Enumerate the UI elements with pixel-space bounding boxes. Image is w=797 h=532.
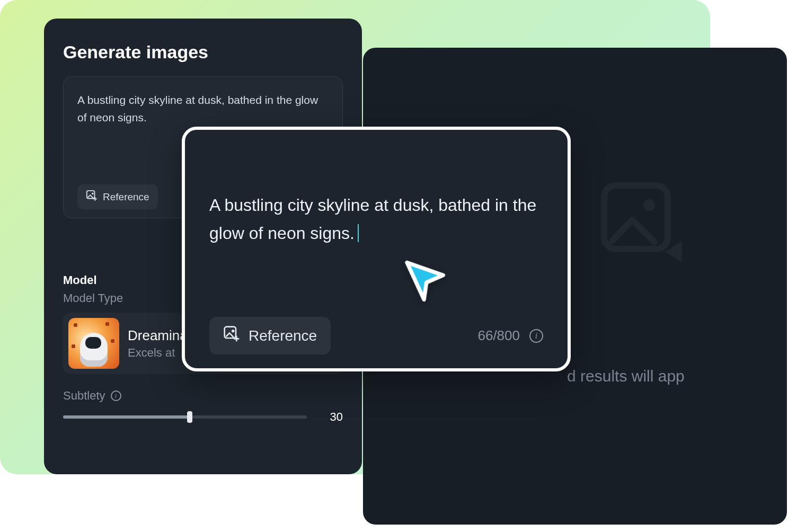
- cursor-pointer-icon: [397, 251, 453, 306]
- prompt-text-zoom[interactable]: A bustling city skyline at dusk, bathed …: [209, 191, 543, 247]
- text-caret: [358, 224, 359, 242]
- reference-image-icon: [223, 325, 240, 346]
- reference-button-zoom[interactable]: Reference: [209, 317, 331, 354]
- svg-point-3: [92, 193, 94, 195]
- char-counter: 66/800 i: [477, 327, 543, 344]
- info-icon[interactable]: i: [529, 329, 543, 343]
- char-count-value: 66/800: [477, 327, 520, 344]
- model-name: Dreamina: [128, 327, 188, 344]
- reference-label: Reference: [103, 191, 149, 203]
- subtlety-slider[interactable]: [63, 415, 307, 419]
- prompt-zoom-card: A bustling city skyline at dusk, bathed …: [182, 127, 571, 371]
- svg-point-5: [232, 330, 234, 332]
- prompt-text-zoom-content: A bustling city skyline at dusk, bathed …: [209, 196, 536, 243]
- reference-button[interactable]: Reference: [77, 184, 158, 209]
- subtlety-value: 30: [322, 410, 343, 424]
- prompt-text[interactable]: A bustling city skyline at dusk, bathed …: [77, 92, 329, 126]
- subtlety-label: Subtlety: [63, 389, 105, 403]
- model-thumbnail: [68, 318, 119, 369]
- svg-point-1: [643, 199, 655, 211]
- gallery-placeholder-icon: [591, 172, 697, 278]
- slider-thumb[interactable]: [187, 411, 192, 423]
- reference-image-icon: [86, 190, 98, 204]
- model-description: Excels at: [128, 346, 188, 360]
- reference-label-zoom: Reference: [249, 327, 317, 344]
- results-placeholder-text: d results will app: [567, 367, 685, 385]
- info-icon[interactable]: i: [111, 391, 121, 401]
- page-title: Generate images: [63, 42, 343, 63]
